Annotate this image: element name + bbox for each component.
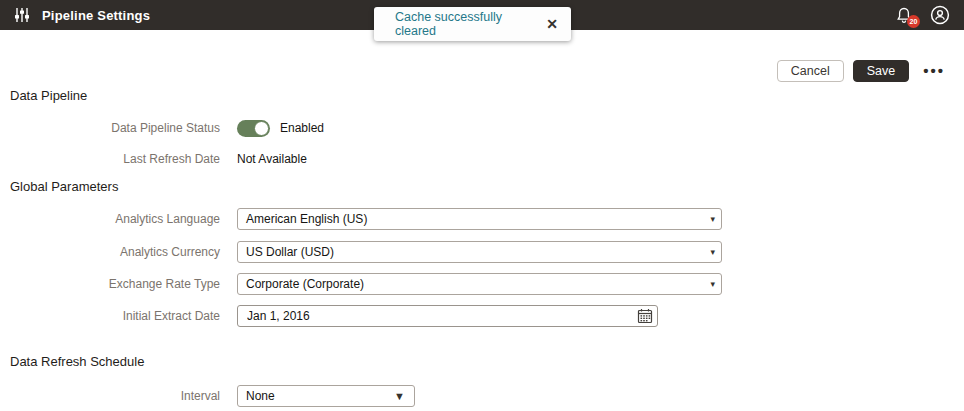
row-interval: Interval None ▼: [0, 385, 415, 407]
notification-badge: 20: [907, 15, 920, 28]
page-title: Pipeline Settings: [42, 8, 150, 23]
cancel-button[interactable]: Cancel: [777, 60, 844, 82]
sliders-icon[interactable]: [14, 7, 30, 23]
interval-label: Interval: [0, 389, 220, 403]
data-pipeline-status-toggle[interactable]: [237, 120, 270, 137]
exchange-rate-type-value: Corporate (Corporate): [246, 277, 364, 291]
save-button[interactable]: Save: [853, 60, 910, 82]
section-title-data-pipeline: Data Pipeline: [10, 88, 87, 103]
last-refresh-date-value: Not Available: [237, 152, 307, 166]
calendar-icon[interactable]: [637, 308, 653, 324]
row-analytics-language: Analytics Language American English (US)…: [0, 208, 722, 230]
row-analytics-currency: Analytics Currency US Dollar (USD) ▾: [0, 241, 722, 263]
toggle-knob: [254, 121, 269, 136]
topbar-left: Pipeline Settings: [14, 7, 150, 23]
user-avatar-button[interactable]: [930, 5, 950, 25]
interval-value: None: [246, 389, 275, 403]
topbar-right: 20: [896, 5, 950, 25]
initial-extract-date-label: Initial Extract Date: [0, 309, 220, 323]
close-icon[interactable]: ✕: [546, 17, 558, 31]
data-pipeline-status-label: Data Pipeline Status: [0, 121, 220, 135]
interval-select[interactable]: None ▼: [237, 385, 415, 407]
section-title-global-parameters: Global Parameters: [10, 179, 118, 194]
chevron-down-icon: ▾: [710, 279, 715, 289]
exchange-rate-type-select[interactable]: Corporate (Corporate) ▾: [237, 273, 722, 295]
analytics-currency-select[interactable]: US Dollar (USD) ▾: [237, 241, 722, 263]
section-title-data-refresh-schedule: Data Refresh Schedule: [10, 354, 144, 369]
pipeline-settings-page: Pipeline Settings 20 Cache successfully …: [0, 0, 964, 411]
row-data-pipeline-status: Data Pipeline Status Enabled: [0, 118, 324, 138]
action-bar: Cancel Save •••: [777, 60, 945, 82]
initial-extract-date-input[interactable]: [237, 305, 658, 327]
avatar-icon: [930, 5, 950, 25]
chevron-down-icon: ▼: [394, 390, 405, 402]
analytics-language-label: Analytics Language: [0, 212, 220, 226]
chevron-down-icon: ▾: [710, 214, 715, 224]
more-actions-button[interactable]: •••: [923, 66, 945, 76]
toast-message: Cache successfully cleared: [395, 10, 546, 38]
row-initial-extract-date: Initial Extract Date: [0, 305, 658, 327]
row-last-refresh-date: Last Refresh Date Not Available: [0, 150, 307, 168]
exchange-rate-type-label: Exchange Rate Type: [0, 277, 220, 291]
analytics-language-select[interactable]: American English (US) ▾: [237, 208, 722, 230]
analytics-currency-label: Analytics Currency: [0, 245, 220, 259]
notifications-button[interactable]: 20: [896, 7, 912, 24]
row-exchange-rate-type: Exchange Rate Type Corporate (Corporate)…: [0, 273, 722, 295]
chevron-down-icon: ▾: [710, 247, 715, 257]
toast-notification: Cache successfully cleared ✕: [374, 7, 571, 41]
analytics-language-value: American English (US): [246, 212, 367, 226]
data-pipeline-status-value: Enabled: [280, 121, 324, 135]
last-refresh-date-label: Last Refresh Date: [0, 152, 220, 166]
analytics-currency-value: US Dollar (USD): [246, 245, 334, 259]
